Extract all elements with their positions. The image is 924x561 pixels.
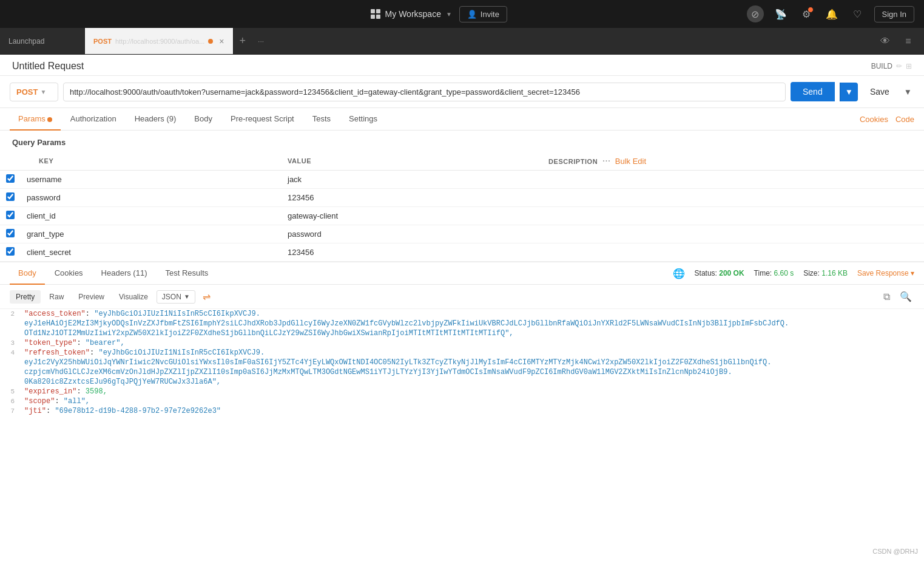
tab-body[interactable]: Body bbox=[186, 108, 221, 131]
code-viewer: 2"access_token": "eyJhbGciOiJIUzI1NiIsIn… bbox=[0, 309, 924, 430]
line-content: "jti": "69e78b12-d19b-4288-97b2-97e72e92… bbox=[24, 407, 924, 415]
search-button[interactable]: 🔍 bbox=[897, 288, 914, 305]
eye-icon[interactable]: 👁 bbox=[877, 33, 894, 50]
tab-modified-dot bbox=[208, 39, 213, 44]
workspace-icon bbox=[371, 9, 380, 19]
json-plain: : bbox=[76, 387, 85, 396]
cookies-link[interactable]: Cookies bbox=[860, 115, 888, 124]
save-button[interactable]: Save bbox=[863, 83, 897, 101]
fmt-raw-button[interactable]: Raw bbox=[43, 290, 70, 304]
tab-headers[interactable]: Headers (9) bbox=[126, 108, 185, 131]
wrap-icon[interactable]: ⇌ bbox=[198, 288, 215, 305]
bulk-edit-button[interactable]: Bulk Edit bbox=[615, 157, 646, 166]
tab-params[interactable]: Params bbox=[10, 108, 61, 131]
save-dropdown-button[interactable]: ▼ bbox=[902, 83, 914, 101]
tab-active[interactable]: POST http://localhost:9000/auth/oa... × bbox=[85, 28, 234, 54]
fmt-preview-button[interactable]: Preview bbox=[72, 290, 110, 304]
tab-authorization[interactable]: Authorization bbox=[62, 108, 125, 131]
tab-close-button[interactable]: × bbox=[219, 36, 224, 46]
line-number bbox=[0, 329, 24, 330]
code-line: 7"jti": "69e78b12-d19b-4288-97b2-97e72e9… bbox=[0, 406, 924, 416]
row-checkbox[interactable] bbox=[6, 229, 15, 237]
line-number: 7 bbox=[0, 407, 24, 415]
top-nav: My Workspace ▼ 👤 Invite ⊘ 📡 ⚙ 🔔 ♡ Sign I… bbox=[0, 0, 924, 28]
main-area: Launchpad POST http://localhost:9000/aut… bbox=[0, 28, 924, 561]
line-content: "expires_in": 3598, bbox=[24, 387, 924, 396]
json-string: "bearer", bbox=[86, 339, 125, 347]
layout-icon[interactable]: ⊞ bbox=[906, 62, 912, 70]
save-label: Save bbox=[870, 87, 889, 97]
copy-button[interactable]: ⧉ bbox=[881, 288, 892, 305]
line-number bbox=[0, 358, 24, 359]
tab-settings[interactable]: Settings bbox=[340, 108, 386, 131]
resp-tab-body[interactable]: Body bbox=[10, 262, 45, 285]
json-key: "access_token" bbox=[24, 310, 86, 318]
row-checkbox[interactable] bbox=[6, 247, 15, 256]
tabs-right-links: Cookies Code bbox=[860, 115, 914, 124]
code-link[interactable]: Code bbox=[895, 115, 914, 124]
code-line: 3"token_type": "bearer", bbox=[0, 338, 924, 348]
table-options-button[interactable]: ··· bbox=[600, 155, 613, 166]
heart-icon[interactable]: ♡ bbox=[849, 5, 866, 22]
resp-tab-testresults[interactable]: Test Results bbox=[157, 262, 217, 285]
method-select[interactable]: POST ▼ bbox=[10, 83, 58, 101]
row-checkbox[interactable] bbox=[6, 174, 15, 183]
table-row: client_id gateway-client bbox=[0, 207, 924, 225]
resp-tab-cookies[interactable]: Cookies bbox=[46, 262, 92, 285]
nav-center: My Workspace ▼ 👤 Invite bbox=[371, 6, 507, 22]
workspace-chevron: ▼ bbox=[446, 11, 452, 18]
json-string: eyJ1eHAiOjE2MzI3MjkyODQsInVzZXJfbmFtZSI6… bbox=[24, 319, 789, 328]
url-input[interactable] bbox=[63, 83, 786, 101]
invite-button[interactable]: 👤 Invite bbox=[459, 6, 507, 22]
fmt-pretty-button[interactable]: Pretty bbox=[10, 290, 41, 304]
tab-prerequest[interactable]: Pre-request Script bbox=[222, 108, 303, 131]
no-signal-icon[interactable]: ⊘ bbox=[747, 5, 764, 22]
row-description bbox=[542, 225, 924, 243]
tab-launchpad[interactable]: Launchpad bbox=[0, 28, 85, 54]
line-number bbox=[0, 319, 24, 320]
tab-tests[interactable]: Tests bbox=[304, 108, 339, 131]
row-checkbox[interactable] bbox=[6, 211, 15, 219]
json-string: eyJ1c2VyX25hbWUiOiJqYWNrIiwic2NvcGUiOlsi… bbox=[24, 358, 771, 367]
resp-tab-headers[interactable]: Headers (11) bbox=[93, 262, 156, 285]
row-key: client_secret bbox=[21, 243, 282, 262]
params-table: KEY VALUE DESCRIPTION ··· Bulk Edit bbox=[0, 152, 924, 262]
bell-icon[interactable]: 🔔 bbox=[823, 5, 840, 22]
json-string: "eyJhbGciOiJIUzI1NiIsInR5cCI6IkpXVCJ9. bbox=[98, 348, 265, 357]
nav-right: ⊘ 📡 ⚙ 🔔 ♡ Sign In bbox=[747, 5, 914, 22]
row-value: jack bbox=[282, 171, 542, 189]
response-status-area: 🌐 Status: 200 OK Time: 6.60 s Size: 1.16… bbox=[673, 268, 914, 279]
row-description bbox=[542, 243, 924, 262]
request-header: Untitled Request BUILD ✏ ⊞ bbox=[0, 55, 924, 76]
add-tab-button[interactable]: + bbox=[234, 28, 252, 54]
save-response-button[interactable]: Save Response ▾ bbox=[857, 269, 914, 277]
line-content: "scope": "all", bbox=[24, 397, 924, 406]
filter-icon[interactable]: ≡ bbox=[900, 33, 917, 50]
radio-icon[interactable]: 📡 bbox=[772, 5, 789, 22]
settings-icon[interactable]: ⚙ bbox=[798, 5, 815, 22]
send-dropdown-button[interactable]: ▼ bbox=[840, 83, 858, 101]
row-key: grant_type bbox=[21, 225, 282, 243]
invite-icon: 👤 bbox=[467, 10, 477, 19]
row-checkbox[interactable] bbox=[6, 192, 15, 201]
workspace-button[interactable]: My Workspace ▼ bbox=[371, 9, 452, 19]
row-description bbox=[542, 207, 924, 225]
response-section: Body Cookies Headers (11) Test Results 🌐… bbox=[0, 262, 924, 430]
status-label: Status: 200 OK bbox=[695, 269, 744, 277]
table-row: username jack bbox=[0, 171, 924, 189]
format-type-select[interactable]: JSON ▼ bbox=[157, 290, 195, 304]
status-value: 200 OK bbox=[719, 269, 744, 277]
sign-in-button[interactable]: Sign In bbox=[874, 6, 914, 22]
globe-icon[interactable]: 🌐 bbox=[673, 268, 685, 279]
json-key: "expires_in" bbox=[24, 387, 76, 396]
json-string: "eyJhbGciOiJIUzI1NiIsInR5cCI6IkpXVCJ9. bbox=[94, 310, 260, 318]
line-number: 2 bbox=[0, 310, 24, 318]
table-row: password 123456 bbox=[0, 189, 924, 207]
send-button[interactable]: Send bbox=[791, 82, 835, 101]
edit-icon[interactable]: ✏ bbox=[896, 62, 902, 70]
fmt-visualize-button[interactable]: Visualize bbox=[113, 290, 154, 304]
tab-url: http://localhost:9000/auth/oa... bbox=[115, 38, 204, 45]
size-value: 1.16 KB bbox=[821, 269, 848, 277]
more-tabs-button[interactable]: ··· bbox=[252, 28, 270, 54]
json-plain: : bbox=[86, 310, 94, 318]
